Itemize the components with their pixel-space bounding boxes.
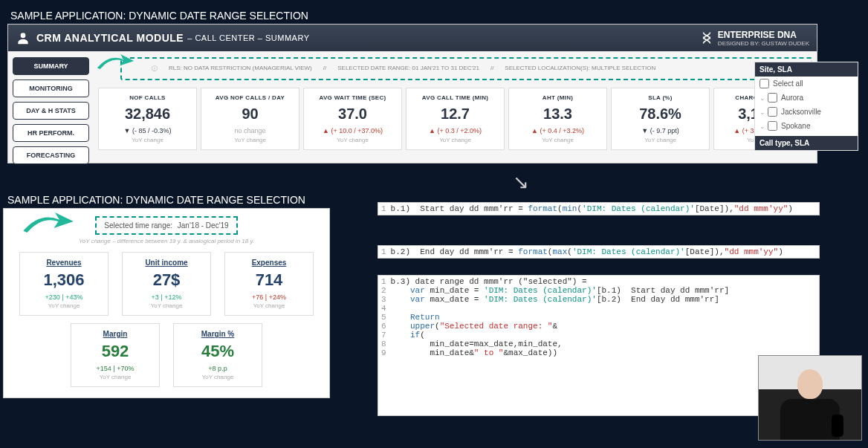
crm-subtitle: – CALL CENTER – SUMMARY bbox=[187, 33, 309, 42]
range-value: Jan'18 - Dec'19 bbox=[178, 221, 229, 230]
site-sla-slicer[interactable]: Site, SLA Select all ⌄Aurora ⌄Jacksonvil… bbox=[754, 62, 858, 151]
dna-icon bbox=[700, 31, 713, 45]
sla-select-all[interactable]: Select all bbox=[755, 77, 858, 91]
sla-opt-jax[interactable]: ⌄Jacksonville bbox=[755, 105, 858, 119]
selected-time-range-box: Selected time range: Jan'18 - Dec'19 bbox=[95, 216, 237, 235]
kpi-sla: SLA (%) 78.6% ▼ (- 9.7 ppt) YoY change bbox=[611, 88, 710, 150]
card-expenses: Expenses 714 +76 | +24% YoY change bbox=[224, 252, 314, 316]
highlight-arrow-icon bbox=[19, 206, 78, 241]
headset-icon bbox=[16, 30, 30, 45]
nav-summary[interactable]: SUMMARY bbox=[13, 57, 89, 75]
kpi-nof-calls: NOF CALLS 32,846 ▼ (- 85 / -0.3%) YoY ch… bbox=[98, 88, 197, 150]
sla-opt-aurora[interactable]: ⌄Aurora bbox=[755, 91, 858, 105]
range-label: Selected time range: bbox=[104, 221, 172, 230]
section-title-top: SAMPLE APPLICATION: DYNAMIC DATE RANGE S… bbox=[3, 6, 316, 25]
select-all-checkbox[interactable] bbox=[760, 79, 769, 88]
kpi-avg-calls-day: AVG NOF CALLS / DAY 90 no change YoY cha… bbox=[201, 88, 299, 150]
rls-info-bar: ⓘ RLS: NO DATA RESTRICTION (MANAGERIAL V… bbox=[120, 57, 812, 80]
flow-arrow-icon: ↘ bbox=[513, 171, 529, 194]
crm-title: CRM ANALYTICAL MODULE bbox=[36, 32, 184, 44]
highlight-arrow-icon bbox=[95, 47, 136, 79]
presenter-body bbox=[780, 399, 840, 440]
nav-monitoring[interactable]: MONITORING bbox=[13, 79, 89, 97]
nav-day-stats[interactable]: DAY & H STATS bbox=[13, 102, 89, 120]
brand-name: ENTERPRISE DNA bbox=[718, 30, 809, 40]
brand-block: ENTERPRISE DNA DESIGNED BY: GUSTAW DUDEK bbox=[700, 30, 809, 47]
chevron-down-icon: ⌄ bbox=[760, 94, 765, 102]
aurora-checkbox[interactable] bbox=[768, 93, 777, 103]
chevron-down-icon: ⌄ bbox=[760, 123, 765, 130]
card-margin-pct: Margin % 45% +8 p.p YoY change bbox=[173, 323, 262, 387]
presenter-head bbox=[797, 369, 823, 399]
crm-main: ⓘ RLS: NO DATA RESTRICTION (MANAGERIAL V… bbox=[94, 51, 817, 164]
chevron-down-icon: ⌄ bbox=[760, 108, 765, 116]
kpi-row: NOF CALLS 32,846 ▼ (- 85 / -0.3%) YoY ch… bbox=[98, 88, 812, 150]
rls-text-3: SELECTED LOCALIZATION(S): MULTIPLE SELEC… bbox=[505, 65, 655, 73]
microphone-icon bbox=[832, 415, 843, 437]
kpi-avg-wait: AVG WAIT TIME (SEC) 37.0 ▲ (+ 10.0 / +37… bbox=[303, 88, 402, 150]
code-editor-b3[interactable]: 123456789 b.3) date range dd mmm'rr ("se… bbox=[378, 275, 820, 416]
sla-opt-spokane[interactable]: ⌄Spokane bbox=[755, 119, 858, 133]
nav-forecasting[interactable]: FORECASTING bbox=[13, 146, 89, 164]
brand-sub: DESIGNED BY: GUSTAW DUDEK bbox=[718, 40, 809, 47]
card-revenues: Revenues 1,306 +230 | +43% YoY change bbox=[19, 252, 108, 316]
revenue-dashboard: Selected time range: Jan'18 - Dec'19 YoY… bbox=[3, 208, 330, 398]
spokane-checkbox[interactable] bbox=[768, 121, 777, 131]
card-margin: Margin 592 +154 | +70% YoY change bbox=[71, 323, 160, 387]
code-editor-b1[interactable]: 1 b.1) Start day dd mmm'rr = format(min(… bbox=[378, 202, 820, 215]
crm-dashboard: CRM ANALYTICAL MODULE – CALL CENTER – SU… bbox=[7, 24, 817, 163]
rls-text-1: RLS: NO DATA RESTRICTION (MANAGERIAL VIE… bbox=[169, 65, 312, 73]
jax-checkbox[interactable] bbox=[768, 107, 777, 117]
code-editor-b2[interactable]: 1 b.2) End day dd mmm'rr = format(max('D… bbox=[378, 245, 820, 259]
webcam-overlay bbox=[758, 355, 862, 441]
sla-header: Site, SLA bbox=[755, 62, 858, 77]
rls-text-2: SELECTED DATE RANGE: 01 JAN'21 TO 31 DEC… bbox=[337, 65, 479, 73]
kpi-avg-call-time: AVG CALL TIME (MIN) 12.7 ▲ (+ 0.3 / +2.0… bbox=[406, 88, 505, 150]
call-type-header: Call type, SLA bbox=[755, 136, 858, 150]
svg-point-0 bbox=[21, 33, 26, 38]
crm-nav: SUMMARY MONITORING DAY & H STATS HR PERF… bbox=[8, 51, 94, 164]
kpi-aht: AHT (MIN) 13.3 ▲ (+ 0.4 / +3.2%) YoY cha… bbox=[508, 88, 607, 150]
nav-hr-perform[interactable]: HR PERFORM. bbox=[13, 124, 89, 142]
card-unit-income: Unit income 27$ +3 | +12% YoY change bbox=[122, 252, 211, 316]
